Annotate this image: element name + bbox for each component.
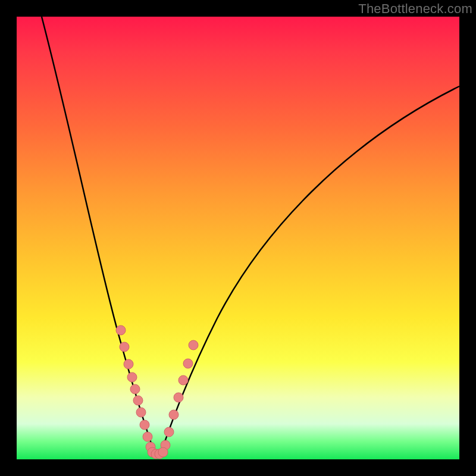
svg-point-3 [127,372,137,382]
svg-point-0 [116,325,126,335]
svg-point-15 [183,359,193,368]
svg-point-12 [169,410,178,419]
left-dot-cluster [116,325,155,452]
chart-svg [0,0,476,476]
right-curve [161,86,459,453]
svg-point-4 [130,384,140,394]
svg-point-13 [174,393,183,402]
svg-point-20 [158,447,168,457]
svg-point-16 [189,340,198,350]
right-dot-cluster [161,340,198,450]
svg-point-1 [120,342,129,352]
svg-point-11 [164,427,174,437]
svg-point-5 [133,396,143,405]
svg-point-2 [124,359,133,369]
bottom-dot-cluster [148,447,168,459]
svg-point-14 [178,375,188,385]
svg-point-6 [136,408,146,417]
svg-point-8 [143,432,152,441]
watermark: TheBottleneck.com [358,1,472,17]
svg-point-7 [140,420,149,430]
